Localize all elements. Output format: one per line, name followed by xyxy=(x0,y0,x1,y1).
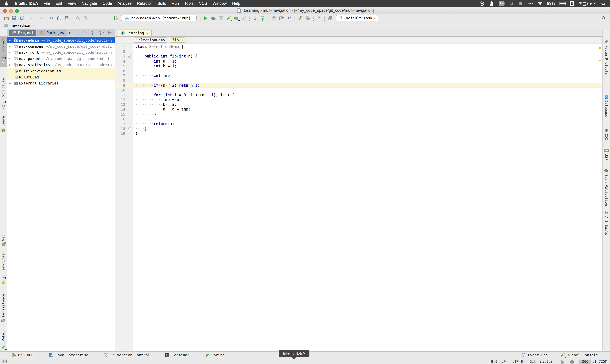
panel-tab-packages[interactable]: Packages xyxy=(37,29,67,36)
jrebel-debug-button[interactable]: JR xyxy=(233,15,240,22)
close-window-button[interactable] xyxy=(3,9,7,13)
stripe-button-cdi[interactable]: CDI xyxy=(603,126,610,142)
code-line-14[interactable]: 14············a·=·a·+·tmp; xyxy=(115,107,602,112)
debug-button[interactable] xyxy=(210,15,217,22)
apple-menu-icon[interactable] xyxy=(4,1,10,6)
hector-inspections-icon[interactable] xyxy=(569,359,575,364)
menu-help[interactable]: Help xyxy=(232,1,240,6)
status-widget-utf-8[interactable]: UTF-8 xyxy=(512,359,525,364)
menu-view[interactable]: View xyxy=(67,1,76,6)
expand-arrow-icon[interactable]: ▶ xyxy=(9,51,13,54)
wifi-icon[interactable] xyxy=(537,1,543,6)
run-configuration-select[interactable]: nav-admin-web [tomcat7:run]▾ xyxy=(121,15,197,21)
settings-button[interactable] xyxy=(297,15,304,22)
line-number[interactable]: 4 xyxy=(115,59,127,64)
expand-arrow-icon[interactable]: ▶ xyxy=(9,82,13,85)
editor-tab-learning[interactable]: C Learning × xyxy=(118,29,152,36)
toolwindow-button-java-enterprise[interactable]: EEJava Enterprise xyxy=(48,352,89,358)
line-number[interactable]: 15 xyxy=(115,112,127,117)
spotlight-search-icon[interactable] xyxy=(600,1,606,6)
status-widget-lf[interactable]: LF xyxy=(502,359,508,364)
tool-window-toggle-icon[interactable] xyxy=(1,359,7,364)
vcs-update-button[interactable]: VCS xyxy=(251,15,259,22)
stripe-button-bean-validation[interactable]: Bean Validation xyxy=(603,167,610,208)
replace-button[interactable]: a xyxy=(82,15,89,22)
input-method-badge[interactable]: EN xyxy=(499,1,505,6)
save-button[interactable] xyxy=(10,15,18,22)
code-line-12[interactable]: 12············tmp·=·b; xyxy=(115,98,602,102)
line-number[interactable]: 1 xyxy=(115,44,127,49)
hide-panel-icon[interactable] xyxy=(107,30,113,35)
code-line-3[interactable]: 3−····public·int·fib(int·n)·{ xyxy=(115,54,602,59)
stripe-button-jsf[interactable]: JSFJSF xyxy=(603,146,610,162)
code-line-17[interactable]: 17········return·a; xyxy=(115,122,602,126)
caret-position-widget[interactable]: 9:9 xyxy=(491,359,497,364)
menu-analyze[interactable]: Analyze xyxy=(117,1,132,6)
paste-button[interactable] xyxy=(63,15,71,22)
history-button[interactable] xyxy=(278,15,285,22)
code-line-8[interactable]: 8 xyxy=(115,78,602,83)
run-button[interactable] xyxy=(202,15,210,22)
menu-refactor[interactable]: Refactor xyxy=(137,1,152,6)
stripe-button-database[interactable]: Database xyxy=(603,92,610,119)
code-line-16[interactable]: 16 xyxy=(115,117,602,122)
menubar-clock[interactable]: 周五10:19 xyxy=(578,0,596,7)
breadcrumb-selectiondemo[interactable]: SelectionDemo xyxy=(134,37,168,42)
code-line-6[interactable]: 6 xyxy=(115,69,602,73)
close-tab-icon[interactable]: × xyxy=(147,31,149,35)
more-tabs-icon[interactable]: ▶ xyxy=(69,31,71,34)
vcs-commit-button[interactable]: VCS xyxy=(259,15,267,22)
line-number[interactable]: 17 xyxy=(115,122,127,126)
code-line-18[interactable]: 18−····} xyxy=(115,126,602,131)
fold-marker-icon[interactable]: − xyxy=(127,126,133,131)
line-number[interactable]: 5 xyxy=(115,64,127,69)
tree-item-multi-navigation-iml[interactable]: multi-navigation.iml xyxy=(7,68,115,74)
expand-arrow-icon[interactable]: ▶ xyxy=(9,45,13,48)
code-editor[interactable]: 1class·SelectionDemo·{23−····public·int·… xyxy=(115,43,602,351)
line-number[interactable]: 7 xyxy=(115,73,127,78)
menu-window[interactable]: Window xyxy=(213,1,227,6)
toolwindow-button-spring[interactable]: Spring xyxy=(204,352,225,358)
stripe-button-2-favorites[interactable]: 2: Favorites xyxy=(0,252,7,287)
menu-vcs[interactable]: VCS xyxy=(199,1,207,6)
stripe-button-jrebel[interactable]: JRebelJR xyxy=(0,329,7,351)
code-line-10[interactable]: 10 xyxy=(115,88,602,92)
rollback-button[interactable]: ↶ xyxy=(285,15,293,22)
sync-button[interactable] xyxy=(18,15,26,22)
code-line-1[interactable]: 1class·SelectionDemo·{ xyxy=(115,44,602,49)
tree-item-nav-statistics[interactable]: ▶nav-statistics~/my_code_space/git_code/… xyxy=(7,62,115,68)
line-number[interactable]: 16 xyxy=(115,117,127,122)
code-line-15[interactable]: 15········} xyxy=(115,112,602,117)
line-number[interactable]: 10 xyxy=(115,88,127,92)
line-number[interactable]: 18 xyxy=(115,126,127,131)
tree-item-readme-md[interactable]: README.md xyxy=(7,74,115,80)
menu-run[interactable]: Run xyxy=(172,1,179,6)
stripe-button-ant-build[interactable]: Ant Build xyxy=(603,208,610,237)
breadcrumb-fib[interactable]: fib() xyxy=(170,37,186,42)
code-line-19[interactable]: 19} xyxy=(115,131,602,136)
toolwindow-button-todo[interactable]: 6: TODO xyxy=(11,352,34,358)
tree-item-nav-front[interactable]: ▶nav-front~/my_code_space/git_code/multi… xyxy=(7,50,115,56)
menu-tools[interactable]: Tools xyxy=(184,1,194,6)
jrebel-run-button[interactable]: JR xyxy=(225,15,233,22)
stripe-button-1-project[interactable]: 1: Project xyxy=(0,36,7,67)
line-number[interactable]: 11 xyxy=(115,93,127,98)
project-structure-button[interactable] xyxy=(304,15,312,22)
code-line-13[interactable]: 13············b·=·a; xyxy=(115,103,602,107)
line-number[interactable]: 8 xyxy=(115,78,127,83)
sogou-search-icon[interactable] xyxy=(509,1,514,6)
gear-menu-icon[interactable]: ▾ xyxy=(98,30,104,35)
memory-indicator[interactable]: 266 of 725M xyxy=(579,359,607,364)
redo-button[interactable]: ↷ xyxy=(37,15,44,22)
stripe-button-persistence[interactable]: Persistence xyxy=(0,292,7,325)
stripe-button-web[interactable]: Web xyxy=(0,233,7,249)
fold-marker-icon[interactable]: − xyxy=(127,54,133,59)
profile-button[interactable] xyxy=(240,15,248,22)
forward-button[interactable]: → xyxy=(100,15,108,22)
cut-button[interactable]: ✂ xyxy=(48,15,55,22)
line-number[interactable]: 14 xyxy=(115,107,127,112)
line-number[interactable]: 19 xyxy=(115,131,127,136)
nav-breadcrumb-item[interactable]: nav-admin xyxy=(11,23,30,28)
expand-arrow-icon[interactable]: ▶ xyxy=(9,57,13,60)
line-number[interactable]: 9 xyxy=(115,83,127,88)
